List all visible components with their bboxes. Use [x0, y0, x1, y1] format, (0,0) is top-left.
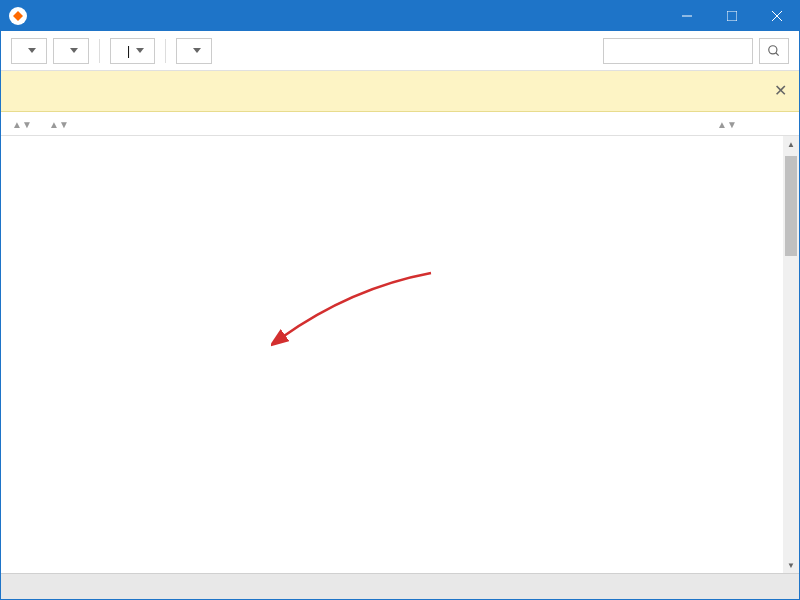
chevron-down-icon — [136, 48, 144, 53]
svg-point-4 — [769, 45, 777, 53]
section-header — [1, 136, 799, 144]
settings-list: ▲ ▼ — [1, 136, 799, 573]
column-headers: ▲▼ ▲▼ ▲▼ — [1, 112, 799, 136]
chevron-down-icon — [28, 48, 36, 53]
scroll-down-icon[interactable]: ▼ — [783, 557, 799, 573]
minimize-button[interactable] — [664, 1, 709, 31]
notice-close-button[interactable]: ✕ — [774, 81, 787, 100]
search-button[interactable] — [759, 38, 789, 64]
app-icon — [9, 7, 27, 25]
menu-button[interactable] — [11, 38, 47, 64]
sort-icon: ▲▼ — [49, 122, 69, 127]
svg-rect-1 — [727, 11, 737, 21]
setting-header[interactable]: ▲▼ — [39, 117, 713, 131]
recommend-header[interactable]: ▲▼ — [713, 117, 783, 131]
toolbar: | — [1, 31, 799, 71]
sort-icon[interactable]: ▲▼ — [12, 122, 32, 127]
annotation-arrow — [271, 268, 441, 358]
separator — [165, 39, 166, 63]
search-input[interactable] — [603, 38, 753, 64]
search-icon — [767, 44, 781, 58]
notice-banner: ✕ — [1, 71, 799, 112]
chevron-down-icon — [193, 48, 201, 53]
status-bar — [1, 573, 799, 599]
close-button[interactable] — [754, 1, 799, 31]
scrollbar-thumb[interactable] — [785, 156, 797, 256]
separator — [99, 39, 100, 63]
titlebar — [1, 1, 799, 31]
help-button[interactable] — [176, 38, 212, 64]
view-button[interactable]: | — [110, 38, 155, 64]
scroll-up-icon[interactable]: ▲ — [783, 136, 799, 152]
svg-line-5 — [776, 52, 779, 55]
sort-icon: ▲▼ — [717, 122, 737, 127]
quickaction-button[interactable] — [53, 38, 89, 64]
maximize-button[interactable] — [709, 1, 754, 31]
scrollbar[interactable]: ▲ ▼ — [783, 136, 799, 573]
chevron-down-icon — [70, 48, 78, 53]
